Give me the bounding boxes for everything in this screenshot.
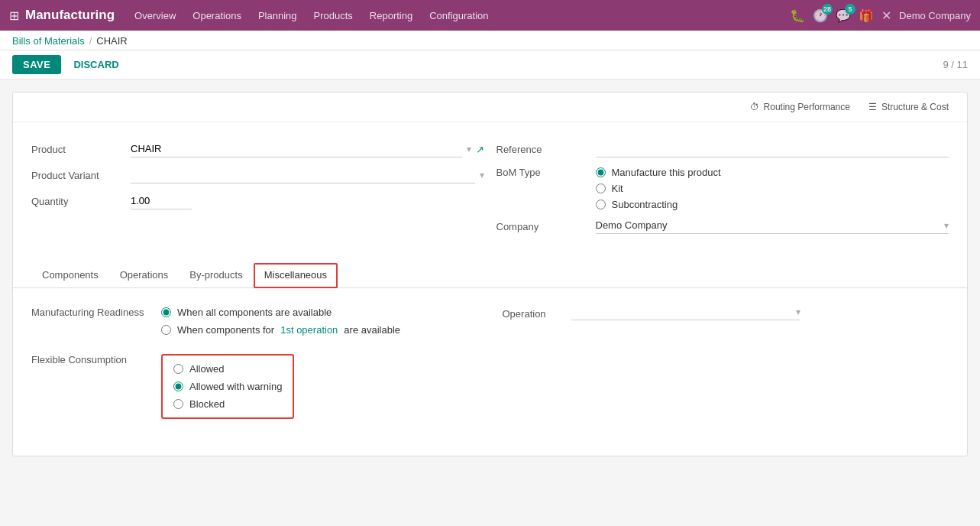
tab-components[interactable]: Components: [31, 263, 109, 288]
readiness-inline: Manufacturing Readiness When all compone…: [31, 307, 478, 336]
reference-input-wrap: [596, 141, 949, 157]
bom-type-manufacture[interactable]: Manufacture this product: [596, 167, 721, 178]
flex-blocked-radio[interactable]: [173, 399, 183, 409]
card-header: ⏱ Routing Performance ☰ Structure & Cost: [13, 93, 967, 122]
flex-allowed-warning-label: Allowed with warning: [189, 381, 282, 392]
misc-row-flexible: Flexible Consumption Allowed Allowed wit…: [31, 354, 949, 419]
flex-allowed-radio[interactable]: [173, 364, 183, 374]
flexible-consumption-box: Allowed Allowed with warning Blocked: [161, 354, 294, 419]
breadcrumb: Bills of Materials / CHAIR: [12, 35, 968, 50]
structure-icon: ☰: [868, 102, 877, 112]
product-variant-dropdown-arrow[interactable]: ▾: [480, 170, 484, 180]
nav-operations[interactable]: Operations: [185, 5, 249, 26]
topbar-right: 🐛 🕐 28 💬 5 🎁 ✕ Demo Company: [790, 8, 971, 23]
operation-select[interactable]: ▾: [571, 307, 800, 320]
flex-allowed[interactable]: Allowed: [173, 363, 282, 375]
gift-icon[interactable]: 🎁: [859, 8, 874, 23]
quantity-input[interactable]: [131, 193, 192, 209]
nav-planning[interactable]: Planning: [251, 5, 305, 26]
readiness-first-label-suffix: are available: [344, 324, 400, 336]
quantity-field-group: Quantity: [31, 193, 484, 209]
product-input[interactable]: [131, 141, 462, 157]
tab-miscellaneous[interactable]: Miscellaneous: [254, 263, 338, 288]
product-variant-input[interactable]: [131, 167, 475, 183]
readiness-first-link[interactable]: 1st operation: [280, 324, 338, 336]
company-label: Company: [496, 221, 596, 232]
operation-label: Operation: [503, 308, 571, 320]
main-content: ⏱ Routing Performance ☰ Structure & Cost…: [0, 80, 980, 469]
bug-icon[interactable]: 🐛: [790, 8, 805, 23]
structure-cost-button[interactable]: ☰ Structure & Cost: [862, 99, 955, 115]
product-variant-label: Product Variant: [31, 170, 131, 181]
readiness-first-radio[interactable]: [161, 325, 171, 335]
company-dropdown-arrow: ▾: [944, 220, 949, 231]
nav-reporting[interactable]: Reporting: [362, 5, 420, 26]
structure-label: Structure & Cost: [881, 102, 949, 112]
form-right-col: Reference BoM Type Manufacture this prod…: [496, 141, 949, 234]
readiness-label: Manufacturing Readiness: [31, 307, 161, 318]
readiness-all-label: When all components are available: [177, 307, 332, 318]
chat-badge: 5: [845, 4, 855, 15]
record-nav: 9 / 11: [943, 59, 968, 70]
tab-by-products[interactable]: By-products: [179, 263, 253, 288]
operation-dropdown-arrow: ▾: [796, 307, 800, 317]
misc-row-readiness: Manufacturing Readiness When all compone…: [31, 307, 949, 336]
readiness-radios: When all components are available When c…: [161, 307, 400, 336]
clock-badge: 28: [822, 4, 833, 15]
breadcrumb-current: CHAIR: [96, 35, 127, 47]
readiness-first-operation[interactable]: When components for 1st operation are av…: [161, 324, 400, 336]
reference-field-group: Reference: [496, 141, 949, 157]
routing-icon: ⏱: [750, 102, 759, 112]
form-main-row: Product ▾ ↗ Product Variant ▾: [31, 141, 949, 234]
nav-overview[interactable]: Overview: [127, 5, 183, 26]
nav-configuration[interactable]: Configuration: [422, 5, 496, 26]
bom-type-label: BoM Type: [496, 167, 596, 178]
chat-icon[interactable]: 💬 5: [836, 8, 851, 23]
company-name: Demo Company: [899, 10, 971, 21]
form-card: ⏱ Routing Performance ☰ Structure & Cost…: [12, 92, 968, 456]
routing-label: Routing Performance: [764, 102, 850, 112]
close-icon[interactable]: ✕: [881, 8, 891, 23]
flexible-field-group: Flexible Consumption Allowed Allowed wit…: [31, 354, 478, 419]
tab-operations[interactable]: Operations: [109, 263, 180, 288]
tab-content-miscellaneous: Manufacturing Readiness When all compone…: [13, 288, 967, 456]
flex-allowed-label: Allowed: [189, 363, 225, 375]
discard-button[interactable]: DISCARD: [67, 55, 125, 74]
product-variant-field-group: Product Variant ▾: [31, 167, 484, 183]
bom-type-kit-radio[interactable]: [596, 183, 606, 193]
operation-field-group: Operation ▾: [503, 307, 949, 320]
flex-allowed-warning[interactable]: Allowed with warning: [173, 381, 282, 392]
breadcrumb-parent[interactable]: Bills of Materials: [12, 35, 85, 47]
flex-blocked-label: Blocked: [189, 398, 225, 410]
flex-allowed-warning-radio[interactable]: [173, 382, 183, 391]
grid-icon[interactable]: ⊞: [9, 8, 19, 23]
product-dropdown-arrow[interactable]: ▾: [467, 144, 471, 154]
reference-input[interactable]: [596, 141, 949, 157]
clock-icon[interactable]: 🕐 28: [813, 8, 828, 23]
reference-label: Reference: [496, 144, 596, 155]
bom-type-subcontracting-radio[interactable]: [596, 200, 606, 209]
bom-type-manufacture-radio[interactable]: [596, 167, 606, 177]
company-select-wrap[interactable]: Demo Company ▾: [596, 219, 949, 234]
breadcrumb-bar: Bills of Materials / CHAIR: [0, 31, 980, 50]
product-variant-input-wrap: ▾: [131, 167, 484, 183]
product-external-link-icon[interactable]: ↗: [476, 144, 484, 155]
bom-type-kit[interactable]: Kit: [596, 183, 721, 194]
save-button[interactable]: SAVE: [12, 55, 61, 74]
quantity-label: Quantity: [31, 196, 131, 207]
readiness-all-radio[interactable]: [161, 307, 171, 317]
app-title: Manufacturing: [25, 8, 115, 23]
tabs-bar: Components Operations By-products Miscel…: [13, 263, 967, 288]
nav-products[interactable]: Products: [306, 5, 361, 26]
routing-performance-button[interactable]: ⏱ Routing Performance: [744, 99, 856, 115]
flex-blocked[interactable]: Blocked: [173, 398, 282, 410]
product-input-wrap: ▾ ↗: [131, 141, 484, 157]
top-nav: Overview Operations Planning Products Re…: [127, 5, 790, 26]
flexible-inline: Flexible Consumption Allowed Allowed wit…: [31, 354, 478, 419]
product-field-group: Product ▾ ↗: [31, 141, 484, 157]
readiness-all-components[interactable]: When all components are available: [161, 307, 400, 318]
breadcrumb-separator: /: [89, 35, 92, 47]
action-bar: SAVE DISCARD 9 / 11: [0, 50, 980, 80]
bom-type-subcontracting[interactable]: Subcontracting: [596, 199, 721, 210]
company-select-value: Demo Company: [596, 219, 945, 231]
